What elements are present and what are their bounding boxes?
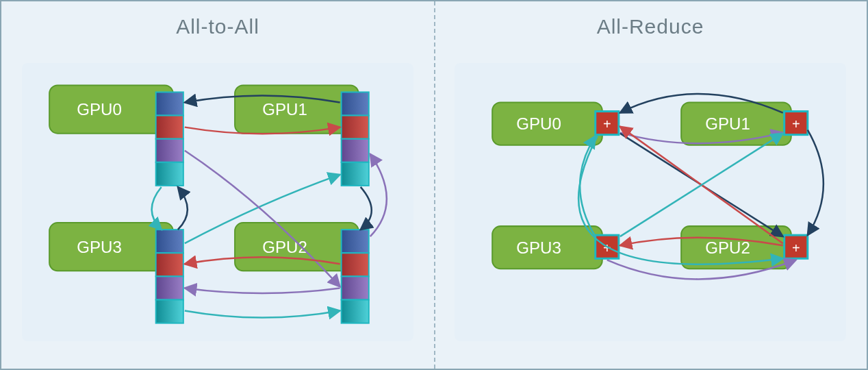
r-arrow-1-to-2 xyxy=(808,130,824,236)
svg-rect-4 xyxy=(156,92,183,115)
svg-rect-16 xyxy=(342,230,369,253)
title-all-to-all: All-to-All xyxy=(1,15,434,38)
gpu1-stack xyxy=(342,92,369,185)
arrow-3-to-2-teal xyxy=(185,311,340,318)
svg-rect-6 xyxy=(156,139,183,162)
r-gpu3-block: GPU3 xyxy=(492,226,602,269)
gpu1-label: GPU1 xyxy=(262,100,307,119)
svg-all-to-all: GPU0 GPU1 GPU3 GPU2 xyxy=(22,63,413,341)
svg-rect-19 xyxy=(342,299,369,323)
gpu1-block: GPU1 xyxy=(235,85,359,133)
panel-all-reduce: All-Reduce xyxy=(434,1,867,369)
r-gpu0-label: GPU0 xyxy=(516,114,561,133)
svg-rect-18 xyxy=(342,276,369,299)
plus-icon: + xyxy=(792,116,800,132)
r-gpu1-label: GPU1 xyxy=(705,114,750,133)
svg-rect-11 xyxy=(342,162,369,186)
svg-rect-7 xyxy=(156,162,183,186)
reduce-node-1: + xyxy=(784,112,808,135)
arrow-3-to-0 xyxy=(178,187,188,230)
svg-rect-14 xyxy=(156,276,183,299)
r-gpu3-label: GPU3 xyxy=(516,238,561,257)
svg-rect-10 xyxy=(342,139,369,162)
gpu2-stack xyxy=(342,230,369,323)
panel-all-to-all: All-to-All xyxy=(1,1,434,369)
reduce-node-0: + xyxy=(596,112,619,135)
svg-rect-8 xyxy=(342,92,369,115)
plus-icon: + xyxy=(603,116,611,132)
diagram-frame: All-to-All xyxy=(0,0,868,370)
arrow-1-to-2 xyxy=(361,187,372,230)
arrow-2-to-3-purple xyxy=(185,288,340,293)
svg-rect-15 xyxy=(156,299,183,323)
canvas-all-to-all: GPU0 GPU1 GPU3 GPU2 xyxy=(22,63,413,341)
r-gpu0-block: GPU0 xyxy=(492,102,602,145)
gpu0-stack xyxy=(156,92,183,185)
reduce-node-2: + xyxy=(784,235,808,258)
canvas-all-reduce: GPU0 GPU1 GPU3 GPU2 + xyxy=(455,63,846,341)
plus-icon: + xyxy=(792,241,800,256)
svg-rect-5 xyxy=(156,116,183,139)
gpu3-block: GPU3 xyxy=(49,223,173,271)
gpu0-block: GPU0 xyxy=(49,85,173,133)
svg-rect-13 xyxy=(156,253,183,276)
arrow-2-to-1 xyxy=(370,154,387,236)
gpu3-stack xyxy=(156,230,183,323)
svg-rect-17 xyxy=(342,253,369,276)
svg-rect-9 xyxy=(342,116,369,139)
gpu0-label: GPU0 xyxy=(77,100,122,119)
gpu3-label: GPU3 xyxy=(77,238,122,256)
title-all-reduce: All-Reduce xyxy=(434,15,867,38)
svg-rect-12 xyxy=(156,230,183,253)
r-gpu2-label: GPU2 xyxy=(705,238,750,257)
svg-all-reduce: GPU0 GPU1 GPU3 GPU2 + xyxy=(455,63,846,341)
